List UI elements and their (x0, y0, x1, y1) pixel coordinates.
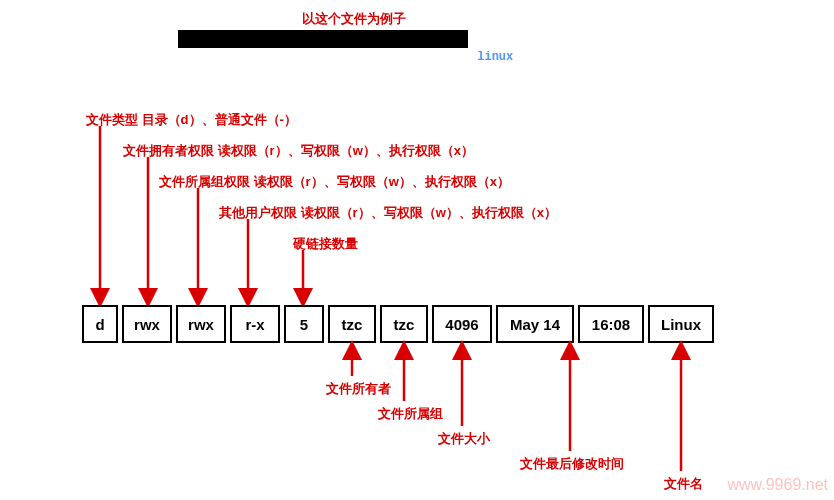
terminal-output: drwxrwxr-x 5 tzc tzc 4096 May 14 16:08 l… (178, 30, 468, 48)
cell-group: tzc (380, 305, 428, 343)
cell-filename: Linux (648, 305, 714, 343)
label-hardlinks: 硬链接数量 (293, 235, 358, 253)
cell-time: 16:08 (578, 305, 644, 343)
label-mtime: 文件最后修改时间 (520, 455, 624, 473)
terminal-time: 16:08 (434, 50, 477, 65)
watermark: www.9969.net (727, 476, 828, 494)
label-owner-perm: 文件拥有者权限 读权限（r）、写权限（w）、执行权限（x） (123, 142, 474, 160)
cell-filetype: d (82, 305, 118, 343)
cell-size: 4096 (432, 305, 492, 343)
label-filename: 文件名 (664, 475, 703, 493)
cell-date: May 14 (496, 305, 574, 343)
terminal-dirname: linux (477, 50, 513, 64)
cell-group-perm: rwx (176, 305, 226, 343)
label-file-owner: 文件所有者 (326, 380, 391, 398)
label-filetype: 文件类型 目录（d）、普通文件（-） (86, 111, 297, 129)
caption-top: 以这个文件为例子 (302, 10, 406, 28)
terminal-text: drwxrwxr-x 5 tzc tzc 4096 May 14 (196, 50, 434, 64)
cell-owner: tzc (328, 305, 376, 343)
label-file-group: 文件所属组 (378, 405, 443, 423)
label-file-size: 文件大小 (438, 430, 490, 448)
label-other-perm: 其他用户权限 读权限（r）、写权限（w）、执行权限（x） (219, 204, 557, 222)
cell-hardlinks: 5 (284, 305, 324, 343)
label-group-perm: 文件所属组权限 读权限（r）、写权限（w）、执行权限（x） (159, 173, 510, 191)
cell-owner-perm: rwx (122, 305, 172, 343)
cell-other-perm: r-x (230, 305, 280, 343)
